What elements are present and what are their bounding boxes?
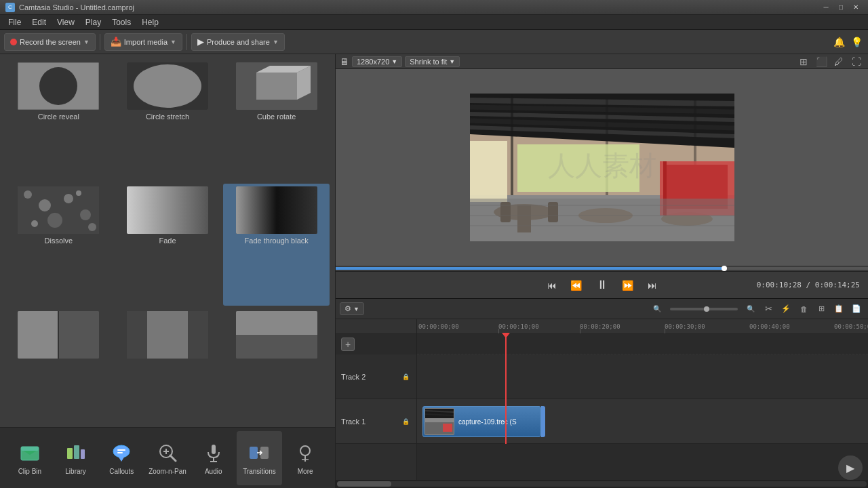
resolution-dropdown-arrow: ▼ [391, 58, 397, 65]
track1-lock-button[interactable]: 🔒 [400, 416, 411, 427]
menu-play[interactable]: Play [80, 16, 106, 28]
goto-end-button[interactable]: ⏭ [643, 276, 662, 295]
minimize-button[interactable]: ─ [819, 3, 833, 12]
menu-view[interactable]: View [52, 16, 80, 28]
menu-file[interactable]: File [3, 16, 26, 28]
transition-cube-rotate[interactable]: Cube rotate [223, 60, 330, 181]
record-dot-icon [10, 39, 17, 45]
svg-rect-35 [117, 449, 125, 451]
tab-more-label: More [298, 468, 313, 475]
split-button[interactable]: ⚡ [778, 302, 793, 317]
transition-label-circle-reveal: Circle reveal [38, 113, 79, 121]
clip-capture-109[interactable]: capture-109.trec (S [422, 406, 541, 437]
transition-label-circle-stretch: Circle stretch [146, 113, 189, 121]
transition-fade-through-black[interactable]: Fade through black [223, 184, 330, 305]
menu-edit[interactable]: Edit [26, 16, 52, 28]
tab-clip-bin[interactable]: Clip Bin [7, 431, 53, 485]
help-icon[interactable]: 💡 [849, 35, 864, 49]
step-back-button[interactable]: ⏪ [567, 276, 586, 295]
tick-2 [580, 329, 580, 334]
group-button[interactable]: ⊞ [814, 302, 829, 317]
menu-tools[interactable]: Tools [106, 16, 136, 28]
clip-bin-icon [18, 441, 42, 465]
close-button[interactable]: ✕ [849, 3, 863, 12]
import-dropdown-icon[interactable]: ▼ [170, 39, 176, 45]
ruler-mark-5: 00:00:50;00 [834, 323, 868, 330]
transition-partial-3[interactable] [223, 308, 330, 422]
timeline-body: + Track 2 🔒 Track 1 🔒 [336, 319, 868, 480]
scrollbar-track[interactable] [337, 481, 867, 487]
preview-toggle-3[interactable]: 🖊 [831, 54, 846, 69]
partial3-svg [236, 311, 317, 359]
copy-button[interactable]: 📋 [831, 302, 846, 317]
transition-dissolve[interactable]: Dissolve [5, 184, 112, 305]
partial1-svg [18, 311, 99, 359]
preview-toggle-4[interactable]: ⛶ [849, 54, 864, 69]
zoom-out-icon: 🔍 [650, 302, 665, 317]
tab-more[interactable]: More [282, 431, 328, 485]
transition-partial-2[interactable] [115, 308, 221, 422]
screen-icon: 🖥 [340, 56, 349, 67]
add-track-button[interactable]: + [341, 338, 355, 351]
preview-container: 人人素材 [336, 69, 868, 266]
app-icon: C [5, 3, 15, 12]
track1-label-row: Track 1 🔒 [336, 399, 416, 444]
playback-controls: ⏮ ⏪ ⏸ ⏩ ⏭ 0:00:10;28 / 0:00:14;25 [336, 271, 868, 298]
title-left: C Camtasia Studio - Untitled.camproj [5, 3, 134, 12]
tab-callouts[interactable]: Callouts [98, 431, 144, 485]
svg-rect-41 [212, 445, 216, 454]
svg-rect-24 [147, 311, 188, 359]
record-dropdown-icon[interactable]: ▼ [83, 39, 90, 45]
goto-start-button[interactable]: ⏮ [542, 276, 561, 295]
tab-zoom-n-pan[interactable]: Zoom-n-Pan [144, 431, 191, 485]
add-track-area: + [336, 334, 416, 354]
svg-point-11 [39, 199, 51, 211]
produce-button[interactable]: ▶ Produce and share ▼ [191, 33, 285, 51]
menu-help[interactable]: Help [136, 16, 164, 28]
play-to-end-button[interactable]: ▶ [838, 455, 863, 480]
delete-button[interactable]: 🗑 [796, 302, 811, 317]
svg-point-15 [31, 220, 38, 227]
cut-button[interactable]: ✂ [761, 302, 776, 317]
scrubber-bar[interactable] [336, 266, 868, 271]
tab-transitions[interactable]: Transitions [237, 431, 283, 485]
transition-fade[interactable]: Fade [115, 184, 221, 305]
transition-thumb-cube-rotate [236, 62, 317, 110]
preview-toggle-2[interactable]: ⬛ [814, 54, 829, 69]
fit-value: Shrink to fit [410, 58, 447, 66]
preview-ctrl-left: 🖥 868x488 ▼ Shrink to fit ▼ [340, 56, 460, 67]
transition-label-fade: Fade [159, 237, 176, 245]
svg-rect-62 [470, 141, 507, 202]
time-ruler: 00:00:00;00 00:00:10;00 00:00:20;00 00:0… [417, 319, 868, 334]
tab-library[interactable]: Library [53, 431, 99, 485]
transition-circle-stretch[interactable]: Circle stretch [115, 60, 221, 181]
maximize-button[interactable]: □ [834, 3, 848, 12]
notification-icon[interactable]: 🔔 [831, 35, 846, 49]
timeline-settings-button[interactable]: ⚙ ▼ [340, 302, 364, 315]
pause-button[interactable]: ⏸ [591, 274, 613, 296]
svg-rect-44 [250, 447, 258, 459]
record-button[interactable]: Record the screen ▼ [4, 33, 96, 51]
transition-circle-reveal[interactable]: Circle reveal [5, 60, 112, 181]
svg-rect-26 [236, 311, 317, 335]
scrubber-track[interactable] [336, 267, 868, 270]
resolution-dropdown[interactable]: 868x488 ▼ [352, 56, 402, 67]
zoom-slider-thumb[interactable] [704, 306, 709, 312]
zoom-n-pan-icon [155, 441, 180, 465]
import-label: Import media [124, 38, 167, 46]
svg-rect-84 [443, 424, 452, 432]
scrollbar-thumb[interactable] [337, 481, 391, 487]
fit-dropdown[interactable]: Shrink to fit ▼ [405, 56, 460, 67]
zoom-slider[interactable] [670, 308, 738, 310]
step-forward-button[interactable]: ⏩ [618, 276, 637, 295]
paste-button[interactable]: 📄 [849, 302, 864, 317]
transition-thumb-fade-black [236, 186, 317, 234]
produce-dropdown-icon[interactable]: ▼ [273, 39, 279, 45]
track2-lock-button[interactable]: 🔒 [400, 371, 411, 382]
tab-audio[interactable]: Audio [191, 431, 237, 485]
scrubber-thumb[interactable] [722, 266, 727, 271]
import-button[interactable]: 📥 Import media ▼ [104, 33, 182, 51]
preview-toggle-1[interactable]: ⊞ [796, 54, 811, 69]
left-panel: Circle reveal Circle stretch [0, 54, 336, 488]
transition-partial-1[interactable] [5, 308, 112, 422]
